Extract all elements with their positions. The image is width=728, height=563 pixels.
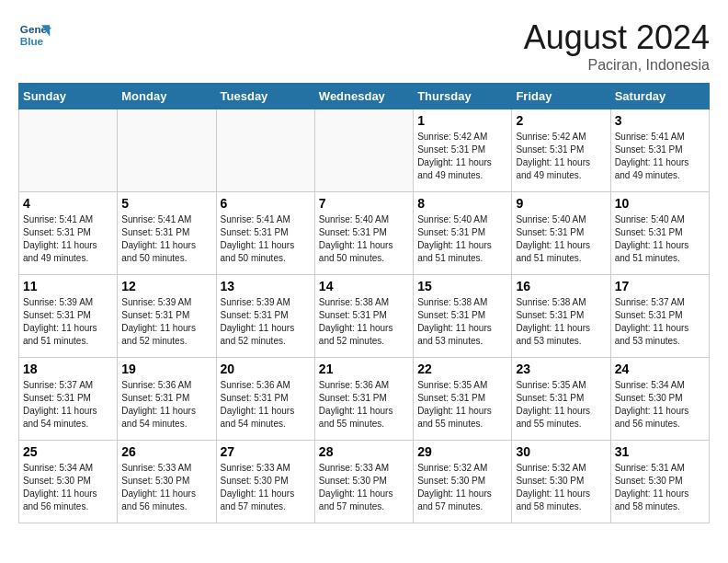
day-info: Sunrise: 5:38 AM Sunset: 5:31 PM Dayligh… [319, 296, 409, 348]
header-sunday: Sunday [19, 84, 118, 109]
calendar-cell [314, 109, 413, 192]
day-info: Sunrise: 5:42 AM Sunset: 5:31 PM Dayligh… [417, 131, 507, 182]
calendar-cell: 16Sunrise: 5:38 AM Sunset: 5:31 PM Dayli… [512, 275, 610, 358]
day-info: Sunrise: 5:36 AM Sunset: 5:31 PM Dayligh… [221, 379, 311, 431]
day-info: Sunrise: 5:38 AM Sunset: 5:31 PM Dayligh… [516, 296, 606, 348]
day-number: 4 [23, 196, 113, 211]
calendar-cell [118, 109, 216, 192]
header-monday: Monday [118, 84, 216, 109]
day-number: 21 [319, 362, 409, 376]
day-number: 9 [516, 196, 606, 211]
day-info: Sunrise: 5:40 AM Sunset: 5:31 PM Dayligh… [615, 213, 705, 265]
calendar-cell: 17Sunrise: 5:37 AM Sunset: 5:31 PM Dayli… [610, 275, 709, 358]
calendar-cell: 18Sunrise: 5:37 AM Sunset: 5:31 PM Dayli… [19, 358, 118, 441]
calendar-cell: 7Sunrise: 5:40 AM Sunset: 5:31 PM Daylig… [314, 192, 413, 275]
day-number: 20 [221, 362, 311, 376]
day-info: Sunrise: 5:39 AM Sunset: 5:31 PM Dayligh… [121, 296, 211, 348]
day-number: 15 [417, 279, 507, 293]
day-info: Sunrise: 5:41 AM Sunset: 5:31 PM Dayligh… [221, 213, 311, 265]
header-wednesday: Wednesday [314, 84, 413, 109]
calendar-header-row: SundayMondayTuesdayWednesdayThursdayFrid… [19, 84, 710, 109]
day-number: 10 [615, 196, 705, 211]
day-info: Sunrise: 5:33 AM Sunset: 5:30 PM Dayligh… [121, 462, 211, 513]
day-number: 14 [319, 279, 409, 293]
calendar-cell: 23Sunrise: 5:35 AM Sunset: 5:31 PM Dayli… [512, 358, 610, 441]
day-number: 3 [615, 113, 705, 128]
day-info: Sunrise: 5:34 AM Sunset: 5:30 PM Dayligh… [23, 462, 113, 513]
page-header: General Blue August 2024 Paciran, Indone… [18, 18, 710, 74]
day-info: Sunrise: 5:35 AM Sunset: 5:31 PM Dayligh… [417, 379, 507, 431]
calendar-cell: 11Sunrise: 5:39 AM Sunset: 5:31 PM Dayli… [19, 275, 118, 358]
calendar-cell: 21Sunrise: 5:36 AM Sunset: 5:31 PM Dayli… [314, 358, 413, 441]
day-number: 28 [319, 444, 409, 459]
day-info: Sunrise: 5:41 AM Sunset: 5:31 PM Dayligh… [615, 131, 705, 182]
day-number: 13 [221, 279, 311, 293]
day-number: 30 [516, 444, 606, 459]
calendar-cell: 5Sunrise: 5:41 AM Sunset: 5:31 PM Daylig… [118, 192, 216, 275]
calendar-cell: 29Sunrise: 5:32 AM Sunset: 5:30 PM Dayli… [414, 441, 512, 523]
calendar-week-3: 11Sunrise: 5:39 AM Sunset: 5:31 PM Dayli… [19, 275, 710, 358]
day-number: 8 [417, 196, 507, 211]
day-number: 24 [615, 362, 705, 376]
calendar-table: SundayMondayTuesdayWednesdayThursdayFrid… [18, 83, 710, 523]
day-info: Sunrise: 5:33 AM Sunset: 5:30 PM Dayligh… [319, 462, 409, 513]
day-number: 22 [417, 362, 507, 376]
day-number: 16 [516, 279, 606, 293]
calendar-cell: 3Sunrise: 5:41 AM Sunset: 5:31 PM Daylig… [610, 109, 709, 192]
calendar-cell: 24Sunrise: 5:34 AM Sunset: 5:30 PM Dayli… [610, 358, 709, 441]
day-number: 23 [516, 362, 606, 376]
calendar-week-4: 18Sunrise: 5:37 AM Sunset: 5:31 PM Dayli… [19, 358, 710, 441]
calendar-cell: 9Sunrise: 5:40 AM Sunset: 5:31 PM Daylig… [512, 192, 610, 275]
calendar-cell [216, 109, 314, 192]
day-info: Sunrise: 5:31 AM Sunset: 5:30 PM Dayligh… [615, 462, 705, 513]
day-info: Sunrise: 5:32 AM Sunset: 5:30 PM Dayligh… [516, 462, 606, 513]
day-number: 2 [516, 113, 606, 128]
calendar-cell: 26Sunrise: 5:33 AM Sunset: 5:30 PM Dayli… [118, 441, 216, 523]
logo-icon: General Blue [18, 18, 51, 52]
calendar-cell: 15Sunrise: 5:38 AM Sunset: 5:31 PM Dayli… [414, 275, 512, 358]
day-info: Sunrise: 5:34 AM Sunset: 5:30 PM Dayligh… [615, 379, 705, 431]
calendar-cell: 22Sunrise: 5:35 AM Sunset: 5:31 PM Dayli… [414, 358, 512, 441]
day-info: Sunrise: 5:36 AM Sunset: 5:31 PM Dayligh… [319, 379, 409, 431]
calendar-cell: 13Sunrise: 5:39 AM Sunset: 5:31 PM Dayli… [216, 275, 314, 358]
day-info: Sunrise: 5:33 AM Sunset: 5:30 PM Dayligh… [221, 462, 311, 513]
day-info: Sunrise: 5:37 AM Sunset: 5:31 PM Dayligh… [23, 379, 113, 431]
day-info: Sunrise: 5:42 AM Sunset: 5:31 PM Dayligh… [516, 131, 606, 182]
calendar-cell: 4Sunrise: 5:41 AM Sunset: 5:31 PM Daylig… [19, 192, 118, 275]
day-info: Sunrise: 5:40 AM Sunset: 5:31 PM Dayligh… [319, 213, 409, 265]
logo: General Blue [18, 18, 51, 52]
calendar-cell: 14Sunrise: 5:38 AM Sunset: 5:31 PM Dayli… [314, 275, 413, 358]
day-number: 12 [121, 279, 211, 293]
day-number: 5 [121, 196, 211, 211]
calendar-cell: 8Sunrise: 5:40 AM Sunset: 5:31 PM Daylig… [414, 192, 512, 275]
calendar-cell: 27Sunrise: 5:33 AM Sunset: 5:30 PM Dayli… [216, 441, 314, 523]
calendar-cell: 30Sunrise: 5:32 AM Sunset: 5:30 PM Dayli… [512, 441, 610, 523]
day-info: Sunrise: 5:39 AM Sunset: 5:31 PM Dayligh… [221, 296, 311, 348]
header-saturday: Saturday [610, 84, 709, 109]
day-info: Sunrise: 5:38 AM Sunset: 5:31 PM Dayligh… [417, 296, 507, 348]
day-info: Sunrise: 5:32 AM Sunset: 5:30 PM Dayligh… [417, 462, 507, 513]
calendar-cell [19, 109, 118, 192]
day-info: Sunrise: 5:40 AM Sunset: 5:31 PM Dayligh… [516, 213, 606, 265]
calendar-cell: 28Sunrise: 5:33 AM Sunset: 5:30 PM Dayli… [314, 441, 413, 523]
calendar-cell: 1Sunrise: 5:42 AM Sunset: 5:31 PM Daylig… [414, 109, 512, 192]
calendar-cell: 20Sunrise: 5:36 AM Sunset: 5:31 PM Dayli… [216, 358, 314, 441]
day-number: 25 [23, 444, 113, 459]
calendar-week-2: 4Sunrise: 5:41 AM Sunset: 5:31 PM Daylig… [19, 192, 710, 275]
day-number: 29 [417, 444, 507, 459]
header-tuesday: Tuesday [216, 84, 314, 109]
day-info: Sunrise: 5:35 AM Sunset: 5:31 PM Dayligh… [516, 379, 606, 431]
calendar-cell: 19Sunrise: 5:36 AM Sunset: 5:31 PM Dayli… [118, 358, 216, 441]
month-year-title: August 2024 [524, 18, 710, 57]
title-area: August 2024 Paciran, Indonesia [524, 18, 710, 74]
calendar-cell: 6Sunrise: 5:41 AM Sunset: 5:31 PM Daylig… [216, 192, 314, 275]
day-info: Sunrise: 5:37 AM Sunset: 5:31 PM Dayligh… [615, 296, 705, 348]
day-number: 19 [121, 362, 211, 376]
day-number: 1 [417, 113, 507, 128]
calendar-cell: 31Sunrise: 5:31 AM Sunset: 5:30 PM Dayli… [610, 441, 709, 523]
calendar-week-1: 1Sunrise: 5:42 AM Sunset: 5:31 PM Daylig… [19, 109, 710, 192]
header-friday: Friday [512, 84, 610, 109]
day-number: 27 [221, 444, 311, 459]
day-number: 31 [615, 444, 705, 459]
day-number: 26 [121, 444, 211, 459]
